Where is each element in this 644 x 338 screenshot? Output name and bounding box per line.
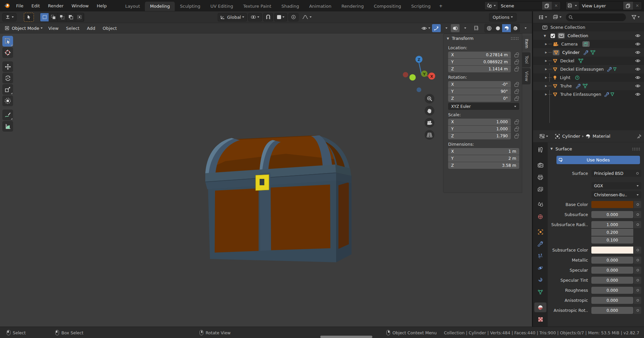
collapsed-triangle-icon[interactable]: ▶ — [545, 59, 547, 62]
tool-rotate[interactable] — [2, 73, 13, 83]
lock-scale-y[interactable] — [513, 127, 519, 131]
dimensions-z-field[interactable]: Z3.58 m — [448, 162, 519, 169]
collapsed-triangle-icon[interactable]: ▶ — [545, 43, 547, 46]
socket-button[interactable] — [634, 201, 641, 208]
lock-rotation-z[interactable] — [513, 96, 519, 101]
tool-move[interactable] — [2, 61, 13, 72]
tab-render-properties[interactable] — [534, 160, 546, 170]
tool-annotate[interactable] — [2, 110, 13, 120]
pivot-point-dropdown[interactable] — [248, 13, 262, 21]
scale-x-field[interactable]: X1.000 — [448, 119, 511, 125]
subsurface-color-swatch[interactable] — [591, 247, 633, 254]
scene-unlink-button[interactable]: ✕ — [552, 2, 560, 10]
eye-icon[interactable] — [635, 42, 641, 46]
lock-location-x[interactable] — [513, 53, 519, 57]
surface-shader-menu[interactable]: Principled BSD — [591, 170, 641, 177]
tab-object-data-properties[interactable] — [534, 287, 546, 297]
snap-target-dropdown[interactable] — [274, 13, 287, 21]
properties-editor-type-button[interactable] — [537, 132, 550, 140]
tab-view[interactable]: View — [522, 68, 531, 85]
outliner-display-mode-dropdown[interactable] — [536, 13, 549, 21]
shading-wireframe-button[interactable] — [485, 24, 493, 32]
outliner-row-collection[interactable]: ▼ Collection — [533, 31, 644, 40]
outliner-row-camera[interactable]: ▶ Camera — [533, 40, 644, 48]
add-workspace-button[interactable]: + — [436, 1, 446, 10]
tab-layout[interactable]: Layout — [120, 2, 145, 11]
lock-scale-x[interactable] — [513, 120, 519, 124]
subsurface-radius-r-field[interactable]: 1.000 — [591, 221, 633, 228]
use-nodes-button[interactable]: Use Nodes — [556, 156, 640, 164]
transform-orientation-dropdown[interactable]: Global — [218, 13, 247, 21]
tab-physics-properties[interactable] — [534, 263, 546, 273]
socket-button[interactable] — [634, 267, 641, 274]
camera-view-button[interactable] — [425, 118, 434, 128]
dimensions-x-field[interactable]: X1 m — [448, 148, 519, 155]
tab-scene-properties[interactable] — [534, 200, 546, 209]
lock-scale-z[interactable] — [513, 134, 519, 138]
show-gizmo-toggle[interactable] — [432, 24, 441, 32]
eye-icon[interactable] — [635, 92, 641, 96]
collapsed-triangle-icon[interactable]: ▶ — [545, 51, 547, 54]
scene-browse-button[interactable] — [485, 2, 498, 10]
select-mode-set[interactable] — [40, 13, 49, 21]
treasure-chest-model[interactable] — [205, 133, 356, 272]
eye-icon[interactable] — [635, 76, 641, 79]
eye-icon[interactable] — [635, 84, 641, 88]
outliner-filter-id-dropdown[interactable] — [551, 13, 564, 21]
outliner-row-deckel-einfassungen[interactable]: ▶ Deckel Einfassungen — [533, 65, 644, 73]
surface-panel-header[interactable]: ▼ Surface — [549, 144, 641, 153]
tool-select-box[interactable] — [2, 36, 13, 47]
anisotropic-field[interactable]: 0.000 — [591, 297, 633, 304]
socket-button[interactable] — [634, 221, 641, 228]
tab-uv-editing[interactable]: UV Editing — [205, 2, 238, 11]
tab-modifier-properties[interactable] — [534, 239, 546, 249]
roughness-field[interactable]: 0.000 — [591, 287, 633, 294]
menu-window[interactable]: Window — [67, 3, 93, 8]
outliner-row-truhe-einfassungen[interactable]: ▶ Truhe Einfassungen — [533, 90, 644, 98]
lock-rotation-y[interactable] — [513, 89, 519, 94]
outliner-row-deckel[interactable]: ▶ Deckel — [533, 57, 644, 65]
pan-hand-button[interactable] — [425, 106, 434, 116]
tab-object-properties[interactable] — [534, 227, 546, 237]
specular-tint-field[interactable]: 0.000 — [591, 277, 633, 284]
subsurface-field[interactable]: 0.000 — [591, 211, 633, 218]
tool-transform[interactable] — [2, 95, 13, 106]
tab-particle-properties[interactable] — [534, 251, 546, 261]
menu-edit[interactable]: Edit — [28, 3, 44, 8]
lock-rotation-x[interactable] — [513, 82, 519, 87]
tool-cursor[interactable] — [2, 47, 13, 58]
view-layer-browse-button[interactable] — [566, 2, 579, 10]
options-dropdown[interactable]: Options — [489, 13, 517, 21]
gizmo-dropdown[interactable] — [441, 24, 450, 32]
socket-button[interactable] — [634, 257, 641, 264]
breadcrumb-section[interactable]: Material — [593, 134, 610, 139]
metallic-field[interactable]: 0.000 — [591, 257, 633, 264]
collapse-triangle-icon[interactable]: ▼ — [447, 37, 449, 40]
scale-z-field[interactable]: Z1.790 — [448, 133, 511, 139]
select-mode-intersect[interactable] — [75, 13, 84, 21]
lock-location-z[interactable] — [513, 67, 519, 71]
location-y-field[interactable]: Y0.086922 m — [448, 59, 511, 65]
socket-button[interactable] — [634, 277, 641, 284]
tab-item[interactable]: Item — [522, 36, 531, 52]
tab-view-layer-properties[interactable] — [534, 185, 546, 194]
rotation-mode-dropdown[interactable]: XYZ Euler — [448, 103, 519, 110]
menu-select[interactable]: Select — [62, 26, 83, 31]
gizmo-axis-z-negative[interactable] — [417, 87, 421, 92]
tab-world-properties[interactable] — [534, 212, 546, 221]
socket-button[interactable] — [634, 287, 641, 294]
active-tool-indicator[interactable] — [24, 13, 34, 22]
xray-toggle[interactable] — [472, 24, 481, 32]
snap-toggle-button[interactable] — [263, 13, 273, 21]
view-layer-remove-button[interactable]: ✕ — [633, 2, 642, 10]
tab-scripting[interactable]: Scripting — [406, 2, 436, 11]
collapsed-triangle-icon[interactable]: ▶ — [545, 68, 547, 71]
outliner-search-input[interactable] — [566, 13, 626, 21]
base-color-swatch[interactable] — [591, 201, 633, 208]
view-layer-new-button[interactable] — [623, 2, 633, 10]
socket-button[interactable] — [634, 247, 641, 254]
socket-button[interactable] — [634, 307, 641, 314]
tab-rendering[interactable]: Rendering — [336, 2, 369, 11]
subsurface-radius-g-field[interactable]: 0.200 — [591, 229, 633, 236]
pin-icon[interactable] — [637, 134, 641, 139]
